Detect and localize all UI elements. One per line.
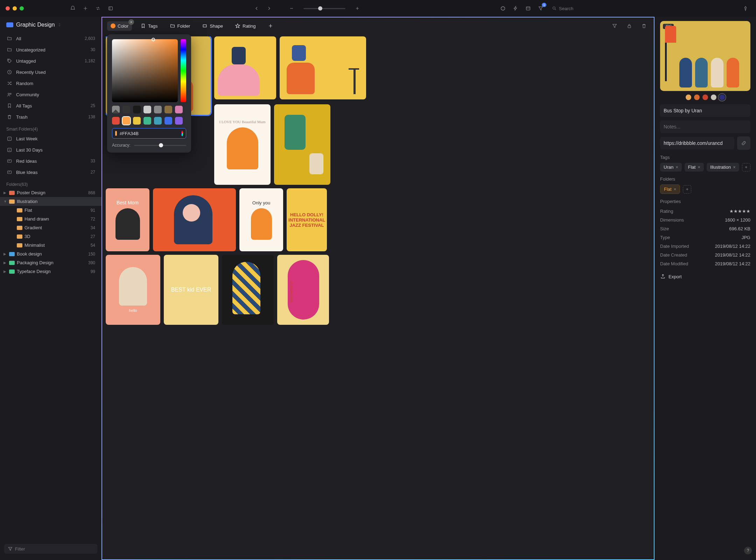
filter-rating[interactable]: Rating xyxy=(231,21,259,31)
color-swatch[interactable] xyxy=(144,106,151,113)
palette-dot[interactable] xyxy=(686,94,691,100)
add-folder-button[interactable]: + xyxy=(683,185,691,194)
help-button[interactable]: ? xyxy=(744,547,752,554)
nav-forward-icon[interactable] xyxy=(264,4,274,13)
folder-row[interactable]: Flat91 xyxy=(0,206,102,215)
tag-chip[interactable]: Illustration× xyxy=(707,163,739,172)
sidebar-item[interactable]: Uncategorized30 xyxy=(0,44,102,55)
window-close[interactable] xyxy=(6,6,10,10)
title-input[interactable] xyxy=(660,104,750,117)
remove-tag-icon[interactable]: × xyxy=(676,164,678,170)
filter-add[interactable] xyxy=(264,21,277,31)
remove-tag-icon[interactable]: × xyxy=(733,164,736,170)
sidebar-item[interactable]: Untagged1,182 xyxy=(0,55,102,66)
filter-color[interactable]: Color × xyxy=(107,21,132,31)
color-swatch[interactable] xyxy=(133,117,141,125)
tag-chip[interactable]: Uran× xyxy=(660,163,682,172)
gallery-card[interactable]: BEST kid EVER xyxy=(164,255,218,325)
zoom-out-icon[interactable] xyxy=(287,4,296,13)
sidebar-item[interactable]: All2,603 xyxy=(0,33,102,44)
color-swatch[interactable] xyxy=(154,106,162,113)
tag-chip[interactable]: Flat× xyxy=(685,163,704,172)
trash-icon[interactable] xyxy=(639,21,649,31)
color-swatch[interactable] xyxy=(144,117,151,125)
sidebar-item[interactable]: Red Ideas33 xyxy=(0,155,102,167)
filter-shape[interactable]: Shape xyxy=(198,21,226,31)
sidebar-item[interactable]: All Tags25 xyxy=(0,100,102,111)
bolt-icon[interactable] xyxy=(511,4,520,13)
remove-tag-icon[interactable]: × xyxy=(698,164,700,170)
pin-icon[interactable] xyxy=(741,4,750,13)
folder-row[interactable]: Gradient34 xyxy=(0,223,102,232)
sv-picker[interactable] xyxy=(112,39,178,102)
notes-input[interactable] xyxy=(660,120,750,133)
bell-icon[interactable] xyxy=(68,4,78,13)
sync-icon[interactable] xyxy=(93,4,103,13)
gallery-card[interactable] xyxy=(274,104,330,185)
gallery-card[interactable] xyxy=(214,36,276,99)
filter-folder[interactable]: Folder xyxy=(166,21,194,31)
hex-input[interactable] xyxy=(112,128,186,139)
palette-dot[interactable] xyxy=(719,94,725,100)
folder-row[interactable]: ▶Packaging Design390 xyxy=(0,258,102,267)
add-tag-button[interactable]: + xyxy=(742,163,750,172)
sidebar-item[interactable]: Community xyxy=(0,89,102,100)
palette-dot[interactable] xyxy=(702,94,708,100)
zoom-in-icon[interactable] xyxy=(352,4,362,13)
color-swatch[interactable] xyxy=(122,117,130,125)
search-input[interactable] xyxy=(548,4,604,13)
plus-icon[interactable] xyxy=(80,4,90,13)
color-swatch[interactable] xyxy=(175,117,183,125)
gallery-card[interactable]: HELLO DOLLY! INTERNATIONAL JAZZ FESTIVAL xyxy=(287,188,327,251)
color-swatch[interactable] xyxy=(175,106,183,113)
gallery-card[interactable] xyxy=(280,36,366,99)
filter-icon[interactable]: 1 xyxy=(536,4,546,13)
library-switcher[interactable]: Graphic Design xyxy=(0,17,102,33)
palette-dot[interactable] xyxy=(711,94,716,100)
eyedropper-icon[interactable] xyxy=(181,131,183,136)
folder-row[interactable]: Hand drawn72 xyxy=(0,215,102,223)
sidebar-item[interactable]: Trash138 xyxy=(0,111,102,122)
preview-thumbnail[interactable]: JPG xyxy=(660,21,750,91)
sidebar-item[interactable]: Random xyxy=(0,78,102,89)
layout-icon[interactable] xyxy=(523,4,533,13)
sidebar-toggle-icon[interactable] xyxy=(106,4,115,13)
gallery-card[interactable]: hello xyxy=(106,255,160,325)
hue-slider[interactable] xyxy=(181,39,186,102)
color-swatch[interactable] xyxy=(122,106,130,113)
folder-chip[interactable]: Flat× xyxy=(660,184,680,194)
nav-back-icon[interactable] xyxy=(252,4,261,13)
remove-folder-icon[interactable]: × xyxy=(674,187,677,192)
select-mode-icon[interactable] xyxy=(610,21,620,31)
folder-row[interactable]: Minimalist54 xyxy=(0,241,102,250)
link-icon[interactable] xyxy=(737,136,750,150)
lock-icon[interactable] xyxy=(624,21,634,31)
accuracy-slider[interactable] xyxy=(134,145,186,146)
folder-row[interactable]: 3D27 xyxy=(0,232,102,241)
gallery-card[interactable]: Only you xyxy=(239,188,283,251)
color-swatch[interactable] xyxy=(112,106,120,113)
gallery-card[interactable]: Summertime xyxy=(277,255,329,325)
color-swatch[interactable] xyxy=(133,106,141,113)
color-swatch[interactable] xyxy=(164,117,172,125)
folder-row[interactable]: ▶Typeface Design99 xyxy=(0,267,102,276)
color-swatch[interactable] xyxy=(112,117,120,125)
window-minimize[interactable] xyxy=(13,6,17,10)
filter-tags[interactable]: Tags xyxy=(137,21,161,31)
sidebar-filter-input[interactable] xyxy=(4,544,97,554)
sidebar-item[interactable]: 7Last Week xyxy=(0,133,102,144)
folder-row[interactable]: ▶Book design150 xyxy=(0,250,102,258)
extension-icon[interactable] xyxy=(498,4,508,13)
gallery-card[interactable] xyxy=(153,188,236,251)
folder-row[interactable]: ▶Poster Design868 xyxy=(0,188,102,197)
zoom-slider[interactable] xyxy=(303,8,345,9)
color-swatch[interactable] xyxy=(164,106,172,113)
color-swatch[interactable] xyxy=(154,117,162,125)
sidebar-item[interactable]: Blue Ideas27 xyxy=(0,167,102,178)
export-button[interactable]: Export xyxy=(660,271,750,282)
close-icon[interactable]: × xyxy=(128,19,134,25)
window-zoom[interactable] xyxy=(20,6,24,10)
gallery-card[interactable]: Best Mom xyxy=(106,188,149,251)
url-input[interactable] xyxy=(660,137,734,149)
palette-dot[interactable] xyxy=(694,94,700,100)
